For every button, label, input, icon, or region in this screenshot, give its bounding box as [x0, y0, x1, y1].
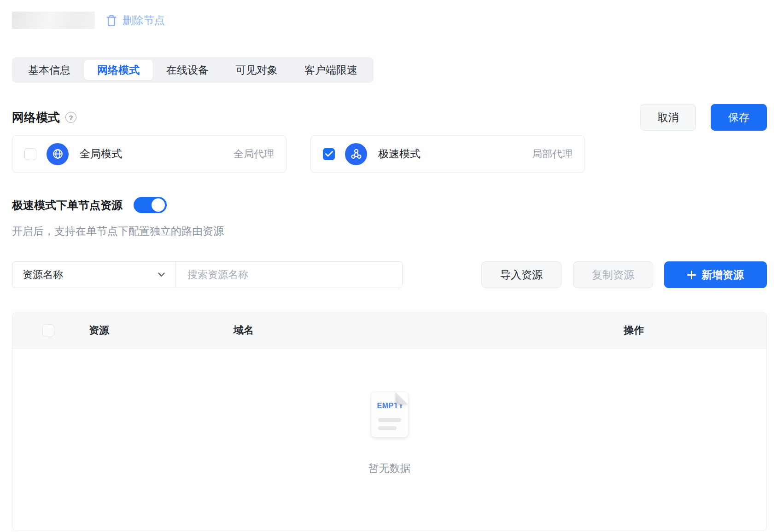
chevron-down-icon	[158, 272, 165, 277]
single-node-resource-label: 极速模式下单节点资源	[12, 198, 123, 213]
node-settings-page: 删除节点 基本信息 网络模式 在线设备 可见对象 客户端限速 网络模式 ? 取消…	[0, 0, 783, 532]
single-node-resource-toggle[interactable]	[134, 197, 167, 213]
copy-resource-button[interactable]: 复制资源	[573, 261, 653, 288]
search-combo: 资源名称	[12, 261, 403, 288]
globe-icon	[47, 143, 69, 165]
tab-client-rate-limit[interactable]: 客户端限速	[291, 60, 371, 80]
delete-node-label: 删除节点	[123, 13, 165, 28]
page-title: 网络模式	[12, 110, 60, 126]
add-resource-button[interactable]: 新增资源	[664, 261, 767, 288]
section-header: 网络模式 ? 取消 保存	[12, 104, 767, 131]
single-node-resource-description: 开启后，支持在单节点下配置独立的路由资源	[12, 224, 767, 238]
toggle-knob	[152, 198, 165, 212]
empty-message: 暂无数据	[368, 461, 411, 475]
select-all-checkbox[interactable]	[42, 324, 54, 336]
add-resource-label: 新增资源	[701, 268, 744, 282]
search-input[interactable]	[175, 262, 402, 288]
table-body: EMPTY 暂无数据	[12, 349, 766, 531]
help-icon[interactable]: ?	[65, 112, 76, 123]
top-bar: 删除节点	[12, 11, 767, 29]
resource-table: 资源 域名 操作 EMPTY 暂无数据	[12, 312, 767, 531]
tab-visible-objects[interactable]: 可见对象	[222, 60, 291, 80]
save-button[interactable]: 保存	[711, 104, 767, 131]
global-mode-tag: 全局代理	[234, 147, 274, 161]
import-resource-button[interactable]: 导入资源	[481, 261, 561, 288]
table-header: 资源 域名 操作	[12, 312, 766, 349]
header-actions: 取消 保存	[640, 104, 767, 131]
empty-document-icon: EMPTY	[371, 392, 408, 437]
mode-cards: 全局模式 全局代理 极速模式 局部代理	[12, 135, 767, 173]
trash-icon	[106, 14, 117, 27]
page-fold	[396, 392, 408, 405]
tab-online-devices[interactable]: 在线设备	[153, 60, 222, 80]
search-field-select[interactable]: 资源名称	[12, 262, 175, 288]
tab-basic-info[interactable]: 基本信息	[15, 60, 84, 80]
empty-state: EMPTY 暂无数据	[368, 392, 411, 475]
tab-network-mode[interactable]: 网络模式	[84, 60, 153, 80]
cancel-button[interactable]: 取消	[640, 104, 696, 131]
speed-mode-tag: 局部代理	[532, 147, 573, 161]
network-icon	[345, 143, 367, 165]
speed-mode-checkbox[interactable]	[323, 148, 335, 160]
plus-icon	[687, 271, 696, 279]
node-name-redacted	[12, 12, 95, 29]
tab-bar: 基本信息 网络模式 在线设备 可见对象 客户端限速	[12, 57, 374, 83]
speed-mode-card[interactable]: 极速模式 局部代理	[310, 135, 585, 173]
global-mode-label: 全局模式	[80, 147, 122, 161]
delete-node-button[interactable]: 删除节点	[106, 13, 165, 28]
global-mode-card[interactable]: 全局模式 全局代理	[12, 135, 286, 173]
column-header-resource: 资源	[89, 324, 234, 337]
column-header-action: 操作	[624, 324, 644, 337]
column-header-domain: 域名	[234, 324, 326, 337]
search-field-value: 资源名称	[23, 268, 63, 282]
filter-buttons: 导入资源 复制资源 新增资源	[481, 261, 767, 288]
single-node-resource-row: 极速模式下单节点资源	[12, 197, 767, 213]
filter-row: 资源名称 导入资源 复制资源 新增资源	[12, 261, 767, 288]
global-mode-checkbox[interactable]	[24, 148, 36, 160]
speed-mode-label: 极速模式	[378, 147, 421, 161]
